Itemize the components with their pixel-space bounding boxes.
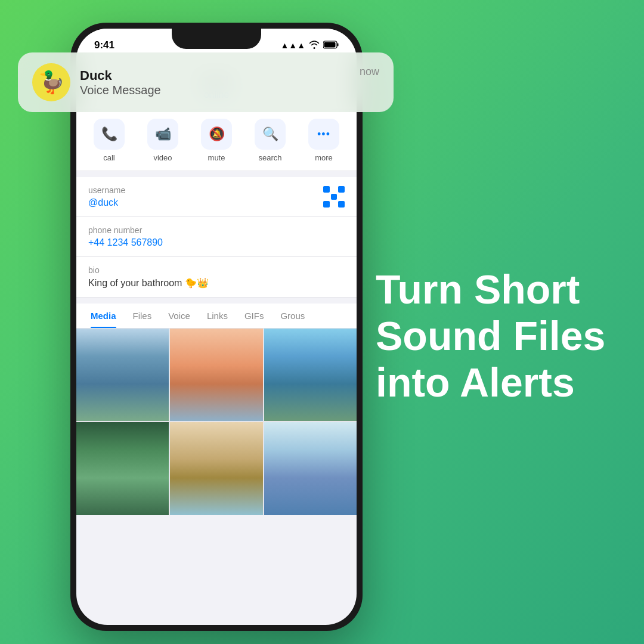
mute-icon: 🔕: [201, 119, 232, 150]
phone-label: phone number: [88, 225, 163, 235]
photo-2[interactable]: [170, 329, 262, 421]
phone-frame: 9:41 ▲▲▲: [70, 23, 363, 631]
tab-gifs[interactable]: GIFs: [236, 304, 273, 328]
status-icons: ▲▲▲: [280, 41, 339, 51]
notification-content: Duck Voice Message: [80, 68, 350, 97]
notification-avatar: 🦆: [32, 63, 70, 101]
bio-label: bio: [88, 265, 209, 275]
more-label: more: [315, 153, 333, 162]
svg-rect-1: [324, 42, 336, 47]
tab-links[interactable]: Links: [199, 304, 236, 328]
search-label: search: [258, 153, 281, 162]
call-icon: 📞: [94, 119, 125, 150]
promo-line1: Turn Short: [376, 266, 608, 312]
qr-icon[interactable]: [323, 186, 345, 208]
media-tabs: Media Files Voice Links GIFs Grous: [76, 304, 357, 329]
notch: [172, 29, 261, 49]
photo-6[interactable]: [264, 422, 357, 515]
username-label: username: [88, 185, 125, 195]
search-button[interactable]: 🔍 search: [249, 119, 291, 162]
username-value[interactable]: @duck: [88, 197, 125, 208]
promo-line2: Sound Files: [376, 312, 608, 359]
phone-row: phone number +44 1234 567890: [76, 217, 357, 257]
bio-row: bio King of your bathroom 🐤👑: [76, 257, 357, 298]
svg-rect-2: [338, 43, 339, 46]
tab-files[interactable]: Files: [125, 304, 160, 328]
more-icon: •••: [308, 119, 339, 150]
video-label: video: [153, 153, 172, 162]
signal-icon: ▲▲▲: [280, 41, 305, 50]
tab-voice[interactable]: Voice: [160, 304, 199, 328]
promo-text: Turn Short Sound Files into Alerts: [376, 266, 608, 406]
action-buttons: 📞 call 📹 video 🔕 mute 🔍 search ••• more: [76, 110, 357, 171]
tab-groups[interactable]: Grous: [272, 304, 313, 328]
tabs-row: Media Files Voice Links GIFs Grous: [76, 304, 357, 328]
username-row: username @duck: [76, 177, 357, 217]
notification-message: Voice Message: [80, 83, 350, 97]
photo-3[interactable]: [264, 329, 357, 421]
notification-sender: Duck: [80, 68, 350, 83]
info-section: username @duck phone number: [76, 177, 357, 298]
phone-screen: 9:41 ▲▲▲: [76, 29, 357, 625]
tab-media[interactable]: Media: [82, 304, 125, 328]
photo-4[interactable]: [76, 422, 169, 515]
call-button[interactable]: 📞 call: [88, 119, 130, 162]
mute-button[interactable]: 🔕 mute: [196, 119, 237, 162]
bio-value: King of your bathroom 🐤👑: [88, 277, 209, 289]
photo-5[interactable]: [170, 422, 262, 515]
photo-1[interactable]: [76, 329, 169, 421]
call-label: call: [103, 153, 115, 162]
battery-icon: [323, 41, 339, 51]
search-icon: 🔍: [255, 119, 286, 150]
wifi-icon: [309, 41, 320, 51]
more-button[interactable]: ••• more: [303, 119, 345, 162]
notification-banner[interactable]: 🦆 Duck Voice Message now: [18, 52, 394, 112]
notification-time: now: [360, 63, 379, 78]
video-button[interactable]: 📹 video: [142, 119, 184, 162]
photo-grid: [76, 329, 357, 515]
video-icon: 📹: [147, 119, 178, 150]
status-time: 9:41: [94, 39, 114, 51]
mute-label: mute: [208, 153, 225, 162]
promo-line3: into Alerts: [376, 360, 608, 406]
phone-value[interactable]: +44 1234 567890: [88, 237, 163, 248]
